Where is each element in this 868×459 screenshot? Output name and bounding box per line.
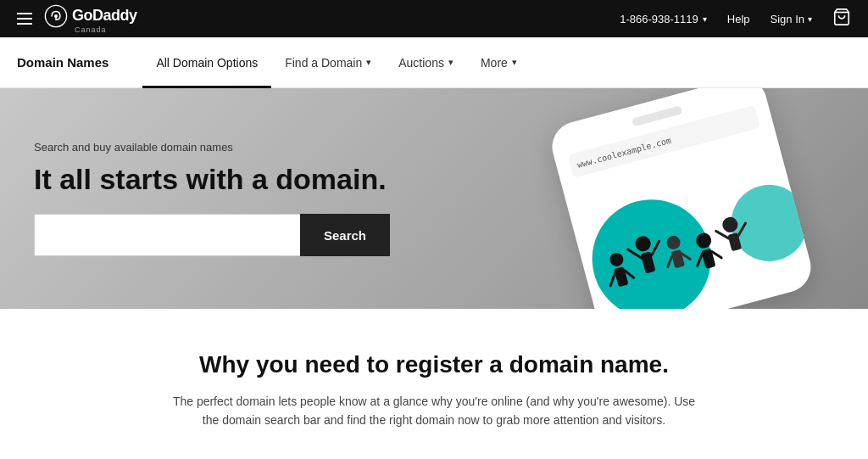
- godaddy-wordmark: GoDaddy: [72, 7, 137, 25]
- below-fold-description: The perfect domain lets people know at a…: [171, 392, 697, 430]
- nav-domain-names[interactable]: Domain Names: [17, 55, 108, 70]
- hero-title: It all starts with a domain.: [34, 164, 390, 195]
- svg-point-3: [609, 251, 626, 268]
- phone-notch: [632, 105, 683, 126]
- cart-icon: [832, 8, 851, 26]
- nav-item-find-a-domain[interactable]: Find a Domain ▾: [271, 37, 385, 88]
- top-bar: GoDaddy Canada 1-866-938-1119 ▾ Help Sig…: [0, 0, 868, 37]
- logo-area[interactable]: GoDaddy Canada: [44, 4, 137, 34]
- nav-item-auctions[interactable]: Auctions ▾: [385, 37, 467, 88]
- phone-number[interactable]: 1-866-938-1119 ▾: [620, 13, 707, 25]
- hero-subtitle: Search and buy available domain names: [34, 141, 390, 154]
- below-fold-section: Why you need to register a domain name. …: [0, 309, 868, 459]
- auctions-chevron-icon: ▾: [448, 57, 453, 68]
- svg-point-7: [634, 234, 653, 253]
- below-fold-title: Why you need to register a domain name.: [34, 351, 834, 378]
- hero-section: Search and buy available domain names It…: [0, 88, 868, 309]
- godaddy-logo[interactable]: GoDaddy: [44, 4, 137, 28]
- nav-bar: Domain Names All Domain Options Find a D…: [0, 37, 868, 88]
- canada-label: Canada: [75, 25, 107, 34]
- svg-rect-4: [614, 266, 628, 287]
- svg-point-11: [665, 234, 682, 251]
- search-button[interactable]: Search: [300, 214, 390, 256]
- sign-in-button[interactable]: Sign In ▾: [771, 13, 812, 25]
- signin-chevron-icon: ▾: [808, 14, 812, 24]
- svg-rect-8: [641, 251, 656, 273]
- phone-mockup: www.coolexample.com: [547, 88, 816, 309]
- svg-point-1: [54, 14, 58, 17]
- hamburger-icon[interactable]: [17, 13, 32, 25]
- cart-button[interactable]: [832, 8, 851, 30]
- search-input[interactable]: [34, 214, 300, 256]
- phone-illustration: www.coolexample.com: [495, 88, 817, 309]
- find-domain-chevron-icon: ▾: [366, 57, 371, 68]
- svg-point-15: [694, 232, 713, 250]
- domain-search-bar: Search: [34, 214, 390, 256]
- svg-rect-12: [670, 249, 685, 268]
- nav-item-all-domain-options[interactable]: All Domain Options: [142, 37, 271, 88]
- top-bar-right: 1-866-938-1119 ▾ Help Sign In ▾: [620, 8, 851, 30]
- godaddy-logo-icon: [44, 4, 68, 28]
- top-bar-left: GoDaddy Canada: [17, 4, 137, 34]
- hero-content: Search and buy available domain names It…: [34, 141, 390, 256]
- phone-chevron-icon: ▾: [703, 14, 707, 24]
- help-link[interactable]: Help: [727, 13, 750, 25]
- more-chevron-icon: ▾: [512, 57, 517, 68]
- nav-items: All Domain Options Find a Domain ▾ Aucti…: [142, 37, 530, 88]
- svg-point-19: [721, 216, 739, 234]
- nav-item-more[interactable]: More ▾: [467, 37, 531, 88]
